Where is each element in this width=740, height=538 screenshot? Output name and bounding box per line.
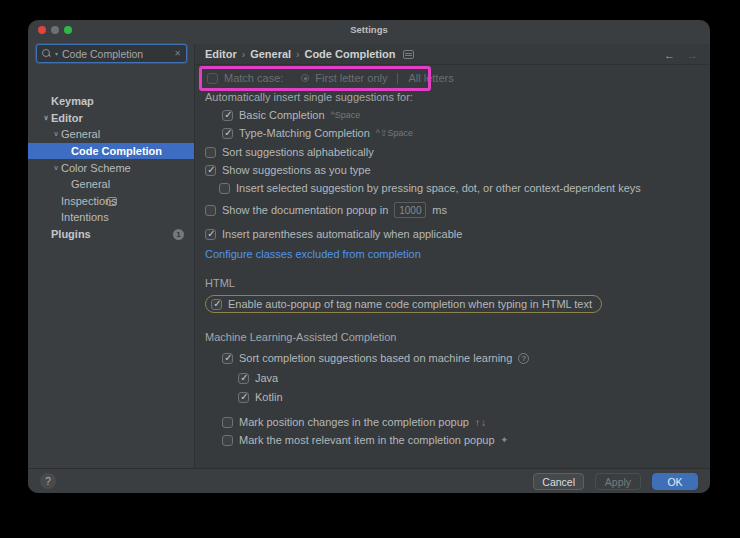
auto-insert-header: Automatically insert single suggestions … bbox=[205, 89, 413, 105]
search-input[interactable]: ▾ Code Completion ✕ bbox=[36, 44, 187, 63]
sidebar-item-inspections[interactable]: Inspections bbox=[28, 193, 194, 209]
cancel-button[interactable]: Cancel bbox=[533, 473, 584, 490]
documentation-popup-row[interactable]: Show the documentation popup in ms bbox=[205, 202, 447, 218]
mark-position-changes-row[interactable]: Mark position changes in the completion … bbox=[222, 414, 486, 430]
help-button[interactable]: ? bbox=[40, 473, 56, 489]
help-icon[interactable]: ? bbox=[518, 353, 529, 364]
sidebar-item-label: Keymap bbox=[51, 95, 94, 107]
sidebar-item-color-scheme-general[interactable]: General bbox=[28, 176, 194, 192]
mark-relevant-item-row[interactable]: Mark the most relevant item in the compl… bbox=[222, 432, 508, 448]
checkbox-label: Basic Completion bbox=[239, 109, 325, 121]
ms-label: ms bbox=[432, 204, 447, 216]
insert-selected-row[interactable]: Insert selected suggestion by pressing s… bbox=[219, 180, 641, 196]
title-bar[interactable]: Settings bbox=[28, 20, 710, 44]
dialog-footer: ? Cancel Apply OK bbox=[28, 468, 710, 493]
window-title: Settings bbox=[28, 24, 710, 35]
settings-content: Editor › General › Code Completion ← → M… bbox=[195, 44, 710, 468]
checkbox-label: Sort completion suggestions based on mac… bbox=[239, 352, 512, 364]
sidebar-item-editor[interactable]: ∨ Editor bbox=[28, 110, 194, 126]
checkbox-label: Enable auto-popup of tag name code compl… bbox=[228, 298, 592, 310]
search-value: Code Completion bbox=[62, 48, 170, 60]
type-matching-completion-row[interactable]: Type-Matching Completion ^⇧Space bbox=[222, 125, 413, 141]
mark-position-checkbox[interactable] bbox=[222, 417, 233, 428]
chevron-down-icon[interactable]: ∨ bbox=[51, 130, 61, 138]
all-letters-label[interactable]: All letters bbox=[408, 72, 453, 84]
sidebar-item-plugins[interactable]: Plugins 1 bbox=[28, 226, 194, 242]
link-label[interactable]: Configure classes excluded from completi… bbox=[205, 248, 421, 260]
checkbox-label: Sort suggestions alphabetically bbox=[222, 146, 374, 158]
checkbox-label: Show suggestions as you type bbox=[222, 164, 371, 176]
show-suggestions-row[interactable]: Show suggestions as you type bbox=[205, 162, 371, 178]
sort-alphabetically-row[interactable]: Sort suggestions alphabetically bbox=[205, 144, 374, 160]
breadcrumb-code-completion[interactable]: Code Completion bbox=[304, 48, 395, 60]
insert-parentheses-checkbox[interactable] bbox=[205, 229, 216, 240]
popup-delay-input[interactable] bbox=[394, 202, 426, 218]
section-label: Machine Learning-Assisted Completion bbox=[205, 331, 396, 343]
first-letter-only-radio[interactable] bbox=[301, 74, 309, 82]
ml-kotlin-row[interactable]: Kotlin bbox=[238, 389, 283, 405]
kotlin-checkbox[interactable] bbox=[238, 392, 249, 403]
history-nav: ← → bbox=[664, 49, 698, 61]
ml-sort-row[interactable]: Sort completion suggestions based on mac… bbox=[222, 350, 529, 366]
checkbox-label: Kotlin bbox=[255, 391, 283, 403]
configure-excluded-classes-link[interactable]: Configure classes excluded from completi… bbox=[205, 246, 421, 262]
match-case-checkbox[interactable] bbox=[207, 73, 218, 84]
ml-section-header: Machine Learning-Assisted Completion bbox=[205, 329, 396, 345]
settings-sidebar: ▾ Code Completion ✕ Keymap ∨ Editor ∨ Ge… bbox=[28, 44, 195, 468]
chevron-down-icon[interactable]: ∨ bbox=[51, 164, 61, 172]
insert-parentheses-row[interactable]: Insert parentheses automatically when ap… bbox=[205, 226, 462, 242]
breadcrumb-separator: › bbox=[242, 49, 245, 60]
settings-dialog: Settings ▾ Code Completion ✕ Keymap ∨ Ed… bbox=[28, 20, 710, 493]
ml-sort-checkbox[interactable] bbox=[222, 353, 233, 364]
shortcut-hint: ^Space bbox=[331, 110, 361, 120]
match-case-row: Match case: First letter only All letter… bbox=[207, 70, 454, 86]
first-letter-only-label: First letter only bbox=[315, 72, 387, 84]
search-history-caret-icon: ▾ bbox=[55, 51, 58, 57]
breadcrumb: Editor › General › Code Completion bbox=[205, 48, 414, 60]
sidebar-item-code-completion[interactable]: Code Completion bbox=[28, 143, 194, 159]
checkbox-label: Mark position changes in the completion … bbox=[239, 416, 469, 428]
ok-button[interactable]: OK bbox=[652, 473, 698, 490]
html-autopopup-row[interactable]: Enable auto-popup of tag name code compl… bbox=[205, 294, 602, 314]
checkbox-label: Java bbox=[255, 372, 278, 384]
forward-arrow-icon: → bbox=[687, 49, 698, 61]
html-section-header: HTML bbox=[205, 275, 235, 291]
back-arrow-icon[interactable]: ← bbox=[664, 49, 675, 61]
show-suggestions-checkbox[interactable] bbox=[205, 165, 216, 176]
search-match-highlight: Enable auto-popup of tag name code compl… bbox=[205, 295, 602, 313]
mark-relevant-checkbox[interactable] bbox=[222, 435, 233, 446]
divider bbox=[397, 73, 398, 84]
java-checkbox[interactable] bbox=[238, 373, 249, 384]
basic-completion-row[interactable]: Basic Completion ^Space bbox=[222, 107, 360, 123]
shortcut-hint: ^⇧Space bbox=[376, 128, 413, 138]
star-icon: ✦ bbox=[501, 435, 509, 445]
chevron-down-icon[interactable]: ∨ bbox=[41, 114, 51, 122]
sidebar-item-intentions[interactable]: Intentions bbox=[28, 209, 194, 225]
type-matching-checkbox[interactable] bbox=[222, 128, 233, 139]
sidebar-item-label: Code Completion bbox=[71, 145, 162, 157]
sidebar-item-label: Plugins bbox=[51, 228, 91, 240]
sidebar-item-keymap[interactable]: Keymap bbox=[28, 93, 194, 109]
html-autopopup-checkbox[interactable] bbox=[211, 299, 222, 310]
inspection-profile-icon bbox=[107, 197, 117, 206]
plugins-update-badge: 1 bbox=[173, 229, 184, 240]
arrow-down-icon: ↓ bbox=[481, 417, 486, 428]
sidebar-item-color-scheme[interactable]: ∨ Color Scheme bbox=[28, 160, 194, 176]
documentation-popup-checkbox[interactable] bbox=[205, 205, 216, 216]
checkbox-label: Type-Matching Completion bbox=[239, 127, 370, 139]
settings-options-icon[interactable] bbox=[403, 50, 414, 59]
ml-java-row[interactable]: Java bbox=[238, 370, 278, 386]
sidebar-item-label: General bbox=[61, 128, 100, 140]
sidebar-item-label: Color Scheme bbox=[61, 162, 131, 174]
clear-search-icon[interactable]: ✕ bbox=[174, 49, 181, 58]
apply-button: Apply bbox=[595, 473, 641, 490]
breadcrumb-general[interactable]: General bbox=[250, 48, 291, 60]
checkbox-label: Insert parentheses automatically when ap… bbox=[222, 228, 462, 240]
sort-alphabetically-checkbox[interactable] bbox=[205, 147, 216, 158]
basic-completion-checkbox[interactable] bbox=[222, 110, 233, 121]
insert-selected-checkbox[interactable] bbox=[219, 183, 230, 194]
breadcrumb-editor[interactable]: Editor bbox=[205, 48, 237, 60]
sidebar-item-label: Intentions bbox=[61, 211, 109, 223]
sidebar-item-general[interactable]: ∨ General bbox=[28, 126, 194, 142]
checkbox-label: Insert selected suggestion by pressing s… bbox=[236, 182, 641, 194]
